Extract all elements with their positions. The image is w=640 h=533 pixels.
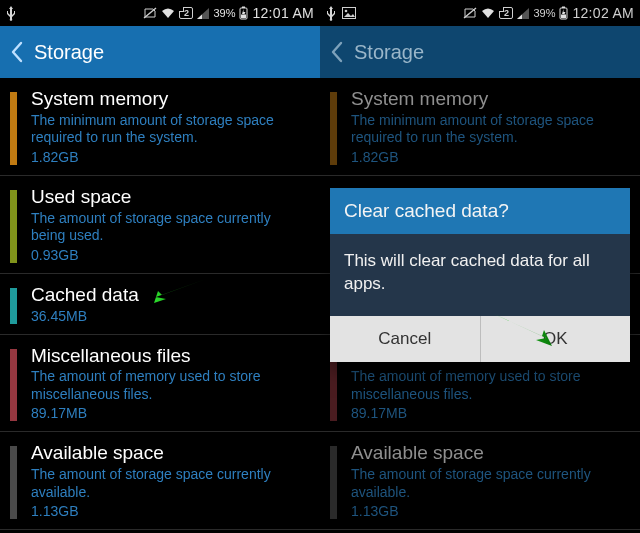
swatch-misc (10, 349, 17, 422)
dialog-body: This will clear cached data for all apps… (330, 234, 630, 316)
usb-icon (6, 5, 16, 21)
no-sim-icon (463, 7, 477, 19)
row-size: 1.82GB (351, 149, 628, 165)
row-desc: The amount of memory used to store misce… (31, 368, 308, 403)
back-icon[interactable] (10, 41, 24, 63)
row-cached-data[interactable]: Cached data 36.45MB (0, 274, 320, 335)
row-used-space[interactable]: Used space The amount of storage space c… (0, 176, 320, 274)
row-desc: The amount of storage space currently av… (31, 466, 308, 501)
svg-point-4 (345, 10, 348, 13)
svg-rect-2 (241, 15, 246, 19)
row-size: 89.17MB (351, 405, 628, 421)
row-desc: The amount of storage space currently av… (351, 466, 628, 501)
back-icon[interactable] (330, 41, 344, 63)
status-bar: 2 39% 12:02 AM (320, 0, 640, 26)
svg-rect-1 (242, 7, 245, 9)
row-title: System memory (351, 88, 628, 110)
phone-right: 2 39% 12:02 AM Storage System mem (320, 0, 640, 533)
phone-left: 2 39% 12:01 AM Storage System mem (0, 0, 320, 533)
clear-cache-dialog: Clear cached data? This will clear cache… (330, 188, 630, 362)
dialog-buttons: Cancel OK (330, 316, 630, 362)
row-size: 89.17MB (31, 405, 308, 421)
storage-list: System memory The minimum amount of stor… (0, 78, 320, 530)
row-available-space[interactable]: Available space The amount of storage sp… (320, 432, 640, 530)
signal-icon (517, 8, 529, 19)
app-header: Storage (0, 26, 320, 78)
row-desc: The amount of memory used to store misce… (351, 368, 628, 403)
signal-icon (197, 8, 209, 19)
row-desc: The minimum amount of storage space requ… (31, 112, 308, 147)
row-title: Used space (31, 186, 308, 208)
battery-icon (559, 6, 568, 20)
sim-number: 2 (184, 8, 189, 18)
cancel-button[interactable]: Cancel (330, 316, 480, 362)
row-desc: The amount of storage space currently be… (31, 210, 308, 245)
row-desc: The minimum amount of storage space requ… (351, 112, 628, 147)
swatch-used (10, 190, 17, 263)
row-title: Available space (351, 442, 628, 464)
ok-button[interactable]: OK (480, 316, 631, 362)
row-size: 1.13GB (31, 503, 308, 519)
svg-rect-7 (561, 15, 566, 19)
clock: 12:02 AM (572, 5, 634, 21)
row-size: 1.82GB (31, 149, 308, 165)
clock: 12:01 AM (252, 5, 314, 21)
status-bar: 2 39% 12:01 AM (0, 0, 320, 26)
row-system-memory[interactable]: System memory The minimum amount of stor… (0, 78, 320, 176)
sim-number: 2 (504, 8, 509, 18)
sim-slot-icon: 2 (179, 7, 193, 19)
swatch-avail (330, 446, 337, 519)
row-system-memory[interactable]: System memory The minimum amount of stor… (320, 78, 640, 176)
wifi-icon (481, 8, 495, 19)
swatch-system (10, 92, 17, 165)
swatch-system (330, 92, 337, 165)
row-title: System memory (31, 88, 308, 110)
wifi-icon (161, 8, 175, 19)
row-title: Available space (31, 442, 308, 464)
row-misc-files[interactable]: Miscellaneous files The amount of memory… (0, 335, 320, 433)
battery-percent: 39% (213, 7, 235, 19)
row-size: 1.13GB (351, 503, 628, 519)
row-title: Miscellaneous files (31, 345, 308, 367)
battery-icon (239, 6, 248, 20)
sim-slot-icon: 2 (499, 7, 513, 19)
swatch-avail (10, 446, 17, 519)
row-size: 36.45MB (31, 308, 308, 324)
dialog-title: Clear cached data? (330, 188, 630, 234)
usb-icon (326, 5, 336, 21)
svg-rect-6 (562, 7, 565, 9)
image-icon (342, 7, 356, 19)
no-sim-icon (143, 7, 157, 19)
battery-percent: 39% (533, 7, 555, 19)
page-title: Storage (34, 41, 104, 64)
row-available-space[interactable]: Available space The amount of storage sp… (0, 432, 320, 530)
app-header: Storage (320, 26, 640, 78)
swatch-cached (10, 288, 17, 324)
page-title: Storage (354, 41, 424, 64)
row-size: 0.93GB (31, 247, 308, 263)
row-title: Cached data (31, 284, 308, 306)
